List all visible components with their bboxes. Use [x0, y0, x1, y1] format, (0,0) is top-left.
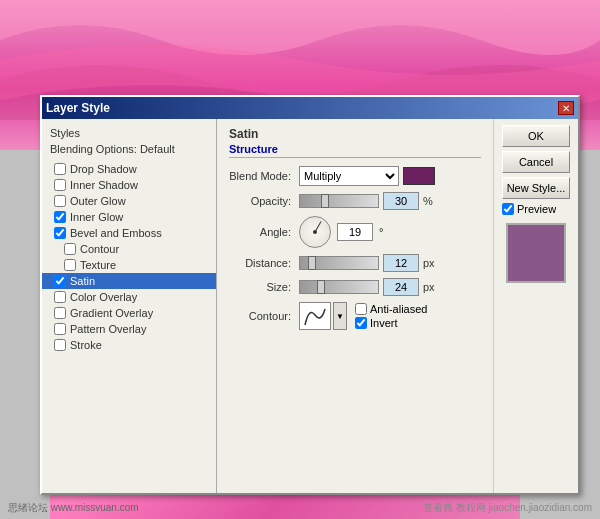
contour-row: Contour: ▼ Anti-aliased Invert	[229, 302, 481, 330]
checkbox-pattern-overlay[interactable]	[54, 323, 66, 335]
label-color-overlay: Color Overlay	[70, 291, 137, 303]
checkbox-satin[interactable]	[54, 275, 66, 287]
distance-input[interactable]: 12	[383, 254, 419, 272]
close-button[interactable]: ✕	[558, 101, 574, 115]
opacity-slider-container: 30 %	[299, 192, 433, 210]
anti-aliased-row: Anti-aliased	[355, 303, 427, 315]
anti-aliased-label: Anti-aliased	[370, 303, 427, 315]
right-panel: OK Cancel New Style... Preview	[493, 119, 578, 493]
blend-mode-select[interactable]: Multiply Normal Screen Overlay	[299, 166, 399, 186]
label-gradient-overlay: Gradient Overlay	[70, 307, 153, 319]
checkbox-color-overlay[interactable]	[54, 291, 66, 303]
sidebar-item-texture[interactable]: Texture	[42, 257, 216, 273]
angle-input[interactable]: 19	[337, 223, 373, 241]
sidebar-item-outer-glow[interactable]: Outer Glow	[42, 193, 216, 209]
contour-dropdown-btn[interactable]: ▼	[333, 302, 347, 330]
label-stroke: Stroke	[70, 339, 102, 351]
contour-preview[interactable]	[299, 302, 331, 330]
size-slider[interactable]	[299, 280, 379, 294]
size-row: Size: 24 px	[229, 278, 481, 296]
title-bar: Layer Style ✕	[42, 97, 578, 119]
label-satin: Satin	[70, 275, 95, 287]
angle-row: Angle: 19 °	[229, 216, 481, 248]
main-content: Satin Structure Blend Mode: Multiply Nor…	[217, 119, 493, 493]
label-pattern-overlay: Pattern Overlay	[70, 323, 146, 335]
distance-slider-container: 12 px	[299, 254, 435, 272]
sidebar-item-inner-glow[interactable]: Inner Glow	[42, 209, 216, 225]
preview-label: Preview	[517, 203, 556, 215]
blend-mode-row: Blend Mode: Multiply Normal Screen Overl…	[229, 166, 481, 186]
size-unit: px	[423, 281, 435, 293]
opacity-unit: %	[423, 195, 433, 207]
section-subtitle: Structure	[229, 143, 481, 158]
size-label: Size:	[229, 281, 299, 293]
distance-slider[interactable]	[299, 256, 379, 270]
distance-label: Distance:	[229, 257, 299, 269]
sidebar-item-bevel-emboss[interactable]: Bevel and Emboss	[42, 225, 216, 241]
distance-unit: px	[423, 257, 435, 269]
invert-label: Invert	[370, 317, 398, 329]
opacity-row: Opacity: 30 %	[229, 192, 481, 210]
checkbox-inner-shadow[interactable]	[54, 179, 66, 191]
checkbox-gradient-overlay[interactable]	[54, 307, 66, 319]
cancel-button[interactable]: Cancel	[502, 151, 570, 173]
layer-items-list: Drop ShadowInner ShadowOuter GlowInner G…	[42, 161, 216, 353]
section-title: Satin	[229, 127, 481, 141]
layer-style-dialog: Layer Style ✕ Styles Blending Options: D…	[40, 95, 580, 495]
sidebar-item-pattern-overlay[interactable]: Pattern Overlay	[42, 321, 216, 337]
checkbox-inner-glow[interactable]	[54, 211, 66, 223]
contour-label: Contour:	[229, 310, 299, 322]
preview-row: Preview	[502, 203, 570, 215]
sidebar-item-inner-shadow[interactable]: Inner Shadow	[42, 177, 216, 193]
sidebar-item-drop-shadow[interactable]: Drop Shadow	[42, 161, 216, 177]
checkbox-contour[interactable]	[64, 243, 76, 255]
sidebar-item-stroke[interactable]: Stroke	[42, 337, 216, 353]
checkbox-outer-glow[interactable]	[54, 195, 66, 207]
invert-row: Invert	[355, 317, 427, 329]
watermark-left: 思绪论坛 www.missvuan.com	[8, 501, 139, 515]
label-outer-glow: Outer Glow	[70, 195, 126, 207]
invert-checkbox[interactable]	[355, 317, 367, 329]
anti-aliased-checkbox[interactable]	[355, 303, 367, 315]
sidebar-item-color-overlay[interactable]: Color Overlay	[42, 289, 216, 305]
checkbox-stroke[interactable]	[54, 339, 66, 351]
ok-button[interactable]: OK	[502, 125, 570, 147]
angle-label: Angle:	[229, 226, 299, 238]
label-drop-shadow: Drop Shadow	[70, 163, 137, 175]
blending-options-label[interactable]: Blending Options: Default	[42, 141, 216, 157]
angle-container: 19 °	[299, 216, 383, 248]
distance-row: Distance: 12 px	[229, 254, 481, 272]
preview-thumbnail	[506, 223, 566, 283]
angle-dial[interactable]	[299, 216, 331, 248]
sidebar-item-satin[interactable]: Satin	[42, 273, 216, 289]
watermark-right: 查看典 教程网 jiaochen.jiaozidian.com	[423, 501, 592, 515]
size-input[interactable]: 24	[383, 278, 419, 296]
blend-color-swatch[interactable]	[403, 167, 435, 185]
left-panel: Styles Blending Options: Default Drop Sh…	[42, 119, 217, 493]
sidebar-item-contour[interactable]: Contour	[42, 241, 216, 257]
checkbox-drop-shadow[interactable]	[54, 163, 66, 175]
angle-unit: °	[379, 226, 383, 238]
sidebar-item-gradient-overlay[interactable]: Gradient Overlay	[42, 305, 216, 321]
label-inner-shadow: Inner Shadow	[70, 179, 138, 191]
label-contour: Contour	[80, 243, 119, 255]
opacity-slider[interactable]	[299, 194, 379, 208]
checkbox-bevel-emboss[interactable]	[54, 227, 66, 239]
label-bevel-emboss: Bevel and Emboss	[70, 227, 162, 239]
size-slider-container: 24 px	[299, 278, 435, 296]
opacity-label: Opacity:	[229, 195, 299, 207]
dialog-body: Styles Blending Options: Default Drop Sh…	[42, 119, 578, 493]
contour-shape-icon	[303, 305, 327, 327]
label-inner-glow: Inner Glow	[70, 211, 123, 223]
new-style-button[interactable]: New Style...	[502, 177, 570, 199]
dialog-title: Layer Style	[46, 101, 110, 115]
checkbox-texture[interactable]	[64, 259, 76, 271]
dial-center	[313, 230, 317, 234]
contour-options: Anti-aliased Invert	[355, 303, 427, 329]
blend-mode-label: Blend Mode:	[229, 170, 299, 182]
styles-label[interactable]: Styles	[42, 125, 216, 141]
opacity-input[interactable]: 30	[383, 192, 419, 210]
preview-checkbox[interactable]	[502, 203, 514, 215]
label-texture: Texture	[80, 259, 116, 271]
